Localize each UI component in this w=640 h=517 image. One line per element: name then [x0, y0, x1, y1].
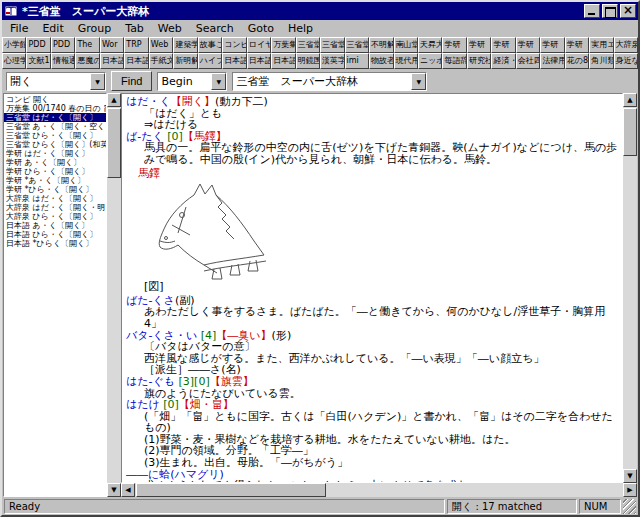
dict-tab[interactable]: 心理学	[2, 53, 26, 69]
dict-tab[interactable]: Wor	[100, 37, 124, 53]
dict-tab[interactable]: 学研	[565, 37, 589, 53]
result-item[interactable]: コンピ 開く	[4, 95, 106, 104]
search-mode-value[interactable]: Begin	[158, 73, 211, 90]
result-item[interactable]: 学研 はだ・く〔開く〕	[4, 149, 106, 158]
dict-tab[interactable]: 物故者	[369, 53, 393, 69]
dict-tab[interactable]: TRP	[124, 37, 148, 53]
scroll-down-icon[interactable]: ▼	[107, 483, 121, 497]
dict-tab[interactable]: 会社四	[516, 53, 540, 69]
dict-tab[interactable]: 日本語	[271, 53, 295, 69]
dict-tab[interactable]: 故事こ	[198, 37, 222, 53]
close-button[interactable]	[620, 4, 636, 18]
dict-tab[interactable]: 大辞泉	[614, 37, 638, 53]
dict-tab[interactable]: 不明解	[369, 37, 393, 53]
dict-tab[interactable]: 身近な	[614, 53, 638, 69]
dict-tab[interactable]: 南山堂	[394, 37, 418, 53]
scrollbar-track[interactable]	[135, 483, 623, 497]
result-item[interactable]: 大辞泉 はだ・く〔開く・明く〕	[4, 203, 106, 212]
scroll-right-icon[interactable]: ▶	[623, 483, 637, 497]
dict-tab[interactable]: PDD	[26, 37, 50, 53]
dict-tab[interactable]: 天昇大	[418, 37, 442, 53]
maximize-button[interactable]	[602, 4, 618, 18]
chevron-down-icon[interactable]: ▼	[90, 73, 105, 90]
dict-tab[interactable]: The	[75, 37, 99, 53]
result-item[interactable]: 三省堂 ひら・く〔開く〕	[4, 131, 106, 140]
result-item[interactable]: 三省堂 あ・く〔開く・空く・明く〕	[4, 122, 106, 131]
dictionary-value[interactable]: 三省堂 スーパー大辞林	[233, 73, 411, 90]
scrollbar-track[interactable]	[107, 107, 121, 483]
dict-tab[interactable]: 三省堂	[296, 37, 320, 53]
scroll-down-icon[interactable]: ▼	[623, 469, 637, 483]
dict-tab[interactable]: PDD	[51, 37, 75, 53]
resize-grip[interactable]	[623, 499, 636, 514]
menu-item-search[interactable]: Search	[189, 21, 241, 36]
menu-item-file[interactable]: File	[3, 21, 35, 36]
dict-tab[interactable]: 手紙文	[149, 53, 173, 69]
scroll-up-icon[interactable]: ▲	[107, 93, 121, 107]
result-item[interactable]: 学研 *ひら・く〔開く〕	[4, 185, 106, 194]
result-item[interactable]: 日本語 *ひらく〔開く〕	[4, 239, 106, 248]
search-term-value[interactable]: 開く	[7, 73, 90, 90]
result-item[interactable]: 三省堂 はだ・く〔開く〕	[4, 113, 106, 122]
content-scrollbar[interactable]: ▲ ▼	[623, 93, 637, 483]
dict-tab[interactable]: 建築学	[173, 37, 197, 53]
dict-tab[interactable]: 小学館	[2, 37, 26, 53]
dict-tab[interactable]: 文献1	[26, 53, 50, 69]
dict-tab[interactable]: imi	[345, 53, 369, 69]
menu-item-help[interactable]: Help	[281, 21, 320, 36]
result-item[interactable]: 大辞泉 ひら・く〔開く〕	[4, 212, 106, 221]
chevron-down-icon[interactable]: ▼	[411, 73, 426, 90]
result-item[interactable]: 三省堂 ひらく〔開く〕(和英)	[4, 140, 106, 149]
result-item[interactable]: 学研 ひら・く〔開く〕	[4, 167, 106, 176]
scroll-left-icon[interactable]: ◀	[121, 483, 135, 497]
dict-tab[interactable]: 日本語	[124, 53, 148, 69]
dict-tab[interactable]: 学研	[540, 37, 564, 53]
dict-tab[interactable]: 現代用	[394, 53, 418, 69]
dict-tab[interactable]: 三省堂	[320, 37, 344, 53]
dict-tab[interactable]: 悪魔の	[75, 53, 99, 69]
dict-tab[interactable]: 学研	[516, 37, 540, 53]
dict-tab[interactable]: 経済・	[491, 53, 515, 69]
dictionary-combobox[interactable]: 三省堂 スーパー大辞林 ▼	[232, 72, 427, 91]
scrollbar-track[interactable]	[623, 107, 637, 469]
content-hscrollbar[interactable]: ◀ ▶	[121, 483, 637, 497]
dict-tab[interactable]: 毎語辞	[442, 53, 466, 69]
dict-tab[interactable]: ニッポ	[418, 53, 442, 69]
scrollbar-thumb[interactable]	[107, 108, 121, 178]
dict-tab[interactable]: 花の86	[565, 53, 589, 69]
dict-tab[interactable]: 漢英字	[320, 53, 344, 69]
scrollbar-thumb[interactable]	[623, 108, 637, 156]
dict-tab[interactable]: 日本語	[247, 53, 271, 69]
dict-tab[interactable]: 学研	[491, 37, 515, 53]
dict-tab[interactable]: 明鏡国	[296, 53, 320, 69]
dict-tab[interactable]: 学研	[467, 37, 491, 53]
menu-item-edit[interactable]: Edit	[35, 21, 70, 36]
dict-tab[interactable]: 角川類	[589, 53, 613, 69]
result-item[interactable]: 万葉集 00/1740 春の日の 霞め	[4, 104, 106, 113]
dict-tab[interactable]: 三省堂	[345, 37, 369, 53]
result-item[interactable]: 大辞泉 はだ・く〔開く〕	[4, 194, 106, 203]
dict-tab[interactable]: 万葉集	[271, 37, 295, 53]
dict-tab[interactable]: ハイブ	[198, 53, 222, 69]
menu-item-web[interactable]: Web	[151, 21, 189, 36]
chevron-down-icon[interactable]: ▼	[211, 73, 226, 90]
search-term-combobox[interactable]: 開く ▼	[6, 72, 106, 91]
search-mode-combobox[interactable]: Begin ▼	[157, 72, 227, 91]
result-item[interactable]: 学研 *あ・く〔開く〕	[4, 176, 106, 185]
find-button[interactable]: Find	[111, 71, 152, 91]
dict-tab[interactable]: 法律用	[540, 53, 564, 69]
dict-tab[interactable]: 日本語	[222, 53, 246, 69]
dict-tab[interactable]: Web	[149, 37, 173, 53]
dict-tab[interactable]: 実用エ	[589, 37, 613, 53]
minimize-button[interactable]	[584, 4, 600, 18]
dict-tab[interactable]: 日本語	[100, 53, 124, 69]
dict-tab[interactable]: ロイヤ	[247, 37, 271, 53]
results-scrollbar[interactable]: ▲ ▼	[107, 93, 121, 497]
dict-tab[interactable]: コンピ	[222, 37, 246, 53]
title-bar[interactable]: *三省堂 スーパー大辞林	[2, 2, 638, 20]
scrollbar-thumb[interactable]	[136, 483, 326, 497]
result-item[interactable]: 日本語 ひら・く〔開く〕	[4, 230, 106, 239]
dict-tab[interactable]: 情報通	[51, 53, 75, 69]
menu-item-tab[interactable]: Tab	[118, 21, 151, 36]
dict-tab[interactable]: 新明解	[173, 53, 197, 69]
